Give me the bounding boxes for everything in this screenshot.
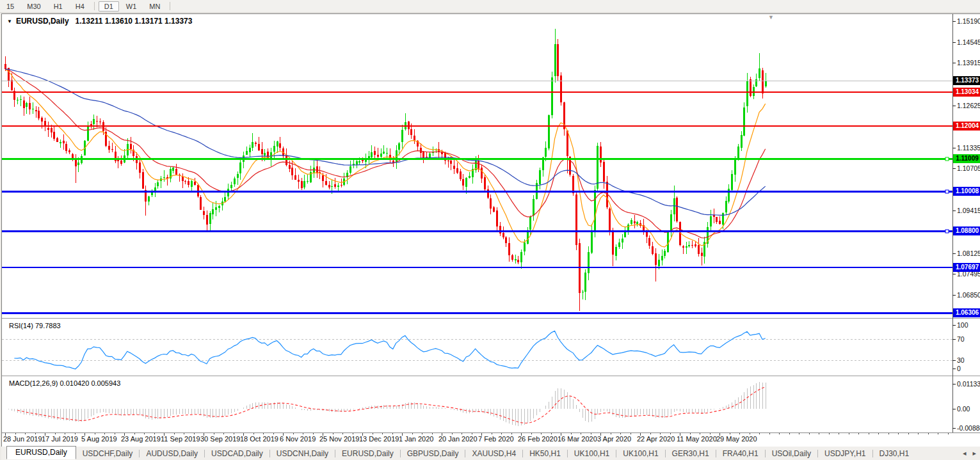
price-tick-label: 1.06850 (957, 290, 980, 299)
date-minor-tick (95, 433, 95, 434)
date-label: 5 Aug 2019 (81, 435, 117, 443)
timeframe-toolbar: 15M30H1H4D1W1MN (0, 0, 980, 13)
date-minor-tick (650, 433, 651, 434)
date-label: 29 May 2020 (716, 435, 757, 443)
tab-item-dj30-h1[interactable]: DJ30,H1 (873, 449, 916, 458)
chart-title: ▼ EURUSD,Daily 1.13211 1.13610 1.13171 1… (7, 17, 192, 26)
date-minor-tick (948, 433, 949, 434)
tab-item-eurusd-daily[interactable]: EURUSD,Daily (6, 446, 76, 459)
date-label: 18 Oct 2019 (240, 435, 278, 443)
price-axis-tick-mark (952, 253, 956, 254)
date-minor-tick (134, 433, 135, 434)
date-label: 26 Feb 2020 (518, 435, 558, 443)
chart-shift-marker-icon[interactable]: ▼ (768, 14, 774, 20)
date-minor-tick (739, 433, 740, 434)
date-minor-tick (730, 433, 730, 434)
date-minor-tick (898, 433, 899, 434)
date-minor-tick (849, 433, 849, 434)
toolbar-separator (94, 2, 95, 10)
ma-slow-line[interactable] (5, 69, 766, 216)
timeframe-button-mn[interactable]: MN (143, 1, 166, 12)
date-minor-tick (779, 433, 780, 434)
tab-item-audusd-daily[interactable]: AUDUSD,Daily (140, 449, 204, 458)
macd-panel-canvas[interactable] (2, 377, 952, 432)
tab-item-gbpusd-daily[interactable]: GBPUSD,Daily (401, 449, 465, 458)
date-minor-tick (710, 433, 711, 434)
macd-axis-tick-mark (952, 384, 956, 385)
date-label: 28 Jun 2019 (3, 435, 42, 443)
date-label: 7 Feb 2020 (478, 435, 514, 443)
tab-scroll-left-icon[interactable]: ◂ (963, 449, 967, 457)
timeframe-button-h4[interactable]: H4 (70, 1, 90, 12)
date-minor-tick (611, 433, 611, 434)
date-minor-tick (353, 433, 353, 434)
rsi-axis-tick-mark (952, 325, 956, 326)
date-label: 11 May 2020 (677, 435, 717, 443)
tab-item-usdcad-daily[interactable]: USDCAD,Daily (205, 449, 269, 458)
tab-item-fra40-h1[interactable]: FRA40,H1 (716, 449, 765, 458)
price-tick-label: 1.09415 (957, 206, 980, 215)
date-label: 20 Jan 2020 (438, 435, 478, 443)
timeframe-button-w1[interactable]: W1 (120, 1, 143, 12)
date-minor-tick (660, 433, 661, 434)
macd-axis-label: -0.008848 (957, 424, 980, 432)
tab-item-ger30-h1[interactable]: GER30,H1 (666, 449, 716, 458)
tab-item-uk100-h1[interactable]: UK100,H1 (616, 449, 664, 458)
date-label: 30 Sep 2019 (200, 435, 240, 443)
tab-scroll-arrows: ◂▸ (963, 449, 976, 457)
price-marker-box: 1.11009 (953, 154, 980, 163)
toolbar-separator (170, 2, 170, 10)
tab-item-usoil-daily[interactable]: USOil,Daily (766, 449, 817, 458)
price-marker-box: 1.13034 (953, 88, 980, 97)
timeframe-button-15[interactable]: 15 (1, 1, 20, 12)
price-chart-canvas[interactable] (2, 14, 952, 318)
tab-item-uk100-h1[interactable]: UK100,H1 (568, 449, 616, 458)
date-minor-tick (928, 433, 929, 434)
price-tick-label: 1.08125 (957, 249, 980, 258)
date-minor-tick (55, 433, 56, 434)
date-minor-tick (769, 433, 770, 434)
tab-item-usdjpy-h1[interactable]: USDJPY,H1 (818, 449, 872, 458)
date-minor-tick (382, 433, 383, 434)
date-minor-tick (273, 433, 274, 434)
tab-item-xauusd-h4[interactable]: XAUUSD,H4 (465, 449, 522, 458)
date-minor-tick (303, 433, 303, 434)
ma-medium-line[interactable] (5, 69, 766, 238)
price-tick-label: 1.11335 (957, 143, 980, 152)
date-label: 22 Apr 2020 (637, 435, 675, 443)
rsi-axis-tick-mark (952, 339, 956, 340)
date-minor-tick (501, 433, 502, 434)
line-drag-handle[interactable] (945, 190, 949, 193)
tab-bar: EURUSD,DailyUSDCHF,DailyAUDUSD,DailyUSDC… (1, 447, 980, 460)
macd-axis-tick-mark (952, 409, 956, 409)
date-minor-tick (412, 433, 413, 434)
date-minor-tick (700, 433, 700, 434)
collapse-triangle-icon[interactable]: ▼ (7, 19, 12, 24)
date-minor-tick (492, 433, 492, 434)
rsi-panel-canvas[interactable] (2, 319, 952, 376)
date-minor-tick (918, 433, 919, 434)
date-minor-tick (184, 433, 184, 434)
tab-item-usdcnh-daily[interactable]: USDCNH,Daily (270, 449, 335, 458)
price-marker-box: 1.08800 (953, 226, 980, 235)
date-minor-tick (511, 433, 512, 434)
macd-signal-line (17, 387, 766, 423)
line-drag-handle[interactable] (945, 230, 949, 233)
tab-item-hk50-h1[interactable]: HK50,H1 (523, 449, 567, 458)
price-axis-tick-mark (952, 21, 956, 22)
line-drag-handle[interactable] (945, 157, 949, 161)
date-minor-tick (65, 433, 65, 434)
rsi-axis-label: 70 (957, 335, 980, 344)
tab-item-usdchf-daily[interactable]: USDCHF,Daily (76, 449, 140, 458)
timeframe-button-h1[interactable]: H1 (48, 1, 68, 12)
chart-title-symbol: EURUSD,Daily (16, 17, 69, 26)
date-label: 6 Nov 2019 (280, 435, 316, 443)
date-minor-tick (15, 433, 16, 434)
price-axis-tick-mark (952, 168, 956, 169)
timeframe-button-m30[interactable]: M30 (21, 1, 46, 12)
tab-scroll-right-icon[interactable]: ▸ (972, 449, 976, 457)
date-minor-tick (35, 433, 36, 434)
timeframe-button-d1[interactable]: D1 (99, 1, 119, 12)
macd-axis-tick-mark (952, 428, 956, 429)
tab-item-eurusd-daily[interactable]: EURUSD,Daily (335, 449, 400, 458)
